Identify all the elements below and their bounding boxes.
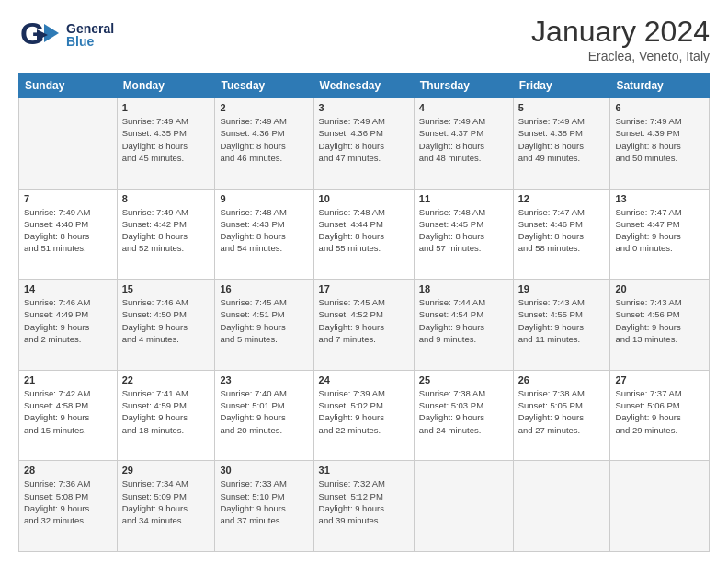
day-cell: 15Sunrise: 7:46 AMSunset: 4:50 PMDayligh…	[117, 280, 215, 371]
day-number: 25	[419, 374, 508, 385]
day-number: 1	[122, 102, 210, 113]
day-detail: Sunrise: 7:49 AMSunset: 4:40 PMDaylight:…	[24, 206, 112, 255]
day-detail: Sunrise: 7:34 AMSunset: 5:09 PMDaylight:…	[122, 477, 210, 526]
day-number: 22	[122, 374, 210, 385]
day-number: 2	[220, 102, 308, 113]
day-detail: Sunrise: 7:43 AMSunset: 4:55 PMDaylight:…	[518, 296, 606, 345]
col-saturday: Saturday	[610, 74, 710, 98]
col-monday: Monday	[117, 74, 215, 98]
day-cell: 7Sunrise: 7:49 AMSunset: 4:40 PMDaylight…	[19, 189, 118, 280]
day-number: 31	[319, 465, 409, 476]
day-number: 26	[518, 374, 606, 385]
day-detail: Sunrise: 7:46 AMSunset: 4:49 PMDaylight:…	[24, 296, 112, 345]
day-cell: 2Sunrise: 7:49 AMSunset: 4:36 PMDaylight…	[215, 98, 313, 190]
day-number: 14	[24, 283, 112, 294]
day-number: 27	[615, 374, 704, 385]
day-detail: Sunrise: 7:45 AMSunset: 4:52 PMDaylight:…	[319, 296, 409, 345]
day-number: 19	[518, 283, 606, 294]
day-detail: Sunrise: 7:49 AMSunset: 4:38 PMDaylight:…	[518, 115, 606, 164]
svg-marker-1	[44, 24, 59, 42]
day-number: 10	[319, 193, 409, 204]
day-number: 5	[518, 102, 606, 113]
day-number: 15	[122, 283, 210, 294]
day-number: 18	[419, 283, 508, 294]
day-detail: Sunrise: 7:49 AMSunset: 4:39 PMDaylight:…	[615, 115, 704, 164]
day-number: 13	[615, 193, 704, 204]
day-cell	[19, 98, 118, 190]
day-detail: Sunrise: 7:45 AMSunset: 4:51 PMDaylight:…	[220, 296, 308, 345]
day-cell: 25Sunrise: 7:38 AMSunset: 5:03 PMDayligh…	[414, 370, 513, 461]
day-cell: 23Sunrise: 7:40 AMSunset: 5:01 PMDayligh…	[215, 370, 313, 461]
day-cell: 18Sunrise: 7:44 AMSunset: 4:54 PMDayligh…	[414, 280, 513, 371]
day-detail: Sunrise: 7:47 AMSunset: 4:46 PMDaylight:…	[518, 206, 606, 255]
day-cell: 27Sunrise: 7:37 AMSunset: 5:06 PMDayligh…	[610, 370, 710, 461]
day-detail: Sunrise: 7:32 AMSunset: 5:12 PMDaylight:…	[319, 477, 409, 526]
col-sunday: Sunday	[19, 74, 118, 98]
day-detail: Sunrise: 7:43 AMSunset: 4:56 PMDaylight:…	[615, 296, 704, 345]
day-cell: 21Sunrise: 7:42 AMSunset: 4:58 PMDayligh…	[19, 370, 118, 461]
day-cell: 1Sunrise: 7:49 AMSunset: 4:35 PMDaylight…	[117, 98, 215, 190]
day-number: 29	[122, 465, 210, 476]
col-friday: Friday	[513, 74, 610, 98]
day-cell	[513, 461, 610, 552]
logo: G General Blue	[18, 15, 114, 55]
day-detail: Sunrise: 7:48 AMSunset: 4:45 PMDaylight:…	[419, 206, 508, 255]
col-tuesday: Tuesday	[215, 74, 313, 98]
day-cell	[610, 461, 710, 552]
day-number: 3	[319, 102, 409, 113]
day-number: 30	[220, 465, 308, 476]
day-cell: 8Sunrise: 7:49 AMSunset: 4:42 PMDaylight…	[117, 189, 215, 280]
day-cell: 17Sunrise: 7:45 AMSunset: 4:52 PMDayligh…	[313, 280, 414, 371]
day-number: 17	[319, 283, 409, 294]
week-row-1: 7Sunrise: 7:49 AMSunset: 4:40 PMDaylight…	[19, 189, 710, 280]
day-detail: Sunrise: 7:39 AMSunset: 5:02 PMDaylight:…	[319, 387, 409, 436]
week-row-4: 28Sunrise: 7:36 AMSunset: 5:08 PMDayligh…	[19, 461, 710, 552]
day-detail: Sunrise: 7:37 AMSunset: 5:06 PMDaylight:…	[615, 387, 704, 436]
day-cell: 16Sunrise: 7:45 AMSunset: 4:51 PMDayligh…	[215, 280, 313, 371]
logo-blue: Blue	[66, 35, 114, 48]
day-cell: 13Sunrise: 7:47 AMSunset: 4:47 PMDayligh…	[610, 189, 710, 280]
calendar-title: January 2024	[531, 15, 710, 49]
header-row: Sunday Monday Tuesday Wednesday Thursday…	[19, 74, 710, 98]
day-cell: 26Sunrise: 7:38 AMSunset: 5:05 PMDayligh…	[513, 370, 610, 461]
day-number: 7	[24, 193, 112, 204]
day-detail: Sunrise: 7:48 AMSunset: 4:43 PMDaylight:…	[220, 206, 308, 255]
day-number: 16	[220, 283, 308, 294]
calendar-table: Sunday Monday Tuesday Wednesday Thursday…	[18, 73, 710, 552]
day-detail: Sunrise: 7:36 AMSunset: 5:08 PMDaylight:…	[24, 477, 112, 526]
day-detail: Sunrise: 7:46 AMSunset: 4:50 PMDaylight:…	[122, 296, 210, 345]
logo-svg: G	[18, 15, 63, 55]
day-detail: Sunrise: 7:48 AMSunset: 4:44 PMDaylight:…	[319, 206, 409, 255]
day-detail: Sunrise: 7:38 AMSunset: 5:03 PMDaylight:…	[419, 387, 508, 436]
day-number: 21	[24, 374, 112, 385]
day-detail: Sunrise: 7:49 AMSunset: 4:37 PMDaylight:…	[419, 115, 508, 164]
day-number: 20	[615, 283, 704, 294]
day-cell: 6Sunrise: 7:49 AMSunset: 4:39 PMDaylight…	[610, 98, 710, 190]
day-number: 8	[122, 193, 210, 204]
day-cell	[414, 461, 513, 552]
day-cell: 5Sunrise: 7:49 AMSunset: 4:38 PMDaylight…	[513, 98, 610, 190]
day-detail: Sunrise: 7:33 AMSunset: 5:10 PMDaylight:…	[220, 477, 308, 526]
day-cell: 12Sunrise: 7:47 AMSunset: 4:46 PMDayligh…	[513, 189, 610, 280]
logo-text-container: General Blue	[66, 22, 114, 48]
title-block: January 2024 Eraclea, Veneto, Italy	[531, 15, 710, 63]
day-cell: 30Sunrise: 7:33 AMSunset: 5:10 PMDayligh…	[215, 461, 313, 552]
col-wednesday: Wednesday	[313, 74, 414, 98]
day-detail: Sunrise: 7:44 AMSunset: 4:54 PMDaylight:…	[419, 296, 508, 345]
day-cell: 10Sunrise: 7:48 AMSunset: 4:44 PMDayligh…	[313, 189, 414, 280]
day-detail: Sunrise: 7:49 AMSunset: 4:35 PMDaylight:…	[122, 115, 210, 164]
day-cell: 29Sunrise: 7:34 AMSunset: 5:09 PMDayligh…	[117, 461, 215, 552]
day-detail: Sunrise: 7:40 AMSunset: 5:01 PMDaylight:…	[220, 387, 308, 436]
day-number: 4	[419, 102, 508, 113]
day-detail: Sunrise: 7:49 AMSunset: 4:36 PMDaylight:…	[220, 115, 308, 164]
day-cell: 11Sunrise: 7:48 AMSunset: 4:45 PMDayligh…	[414, 189, 513, 280]
day-cell: 22Sunrise: 7:41 AMSunset: 4:59 PMDayligh…	[117, 370, 215, 461]
page: G General Blue January 2024 Eraclea, Ven…	[0, 0, 728, 563]
day-number: 24	[319, 374, 409, 385]
day-number: 6	[615, 102, 704, 113]
day-number: 28	[24, 465, 112, 476]
day-detail: Sunrise: 7:41 AMSunset: 4:59 PMDaylight:…	[122, 387, 210, 436]
day-cell: 9Sunrise: 7:48 AMSunset: 4:43 PMDaylight…	[215, 189, 313, 280]
calendar-subtitle: Eraclea, Veneto, Italy	[531, 49, 710, 63]
week-row-0: 1Sunrise: 7:49 AMSunset: 4:35 PMDaylight…	[19, 98, 710, 190]
